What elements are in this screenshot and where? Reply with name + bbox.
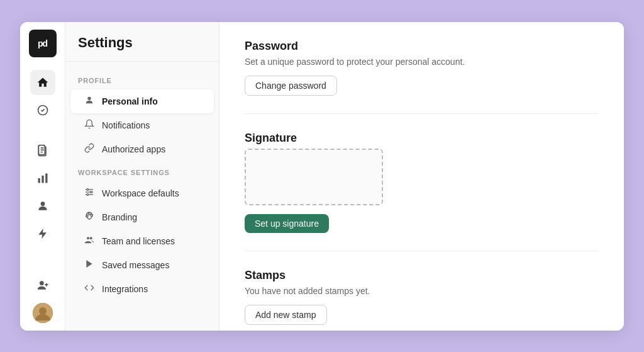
team-and-licenses-label: Team and licenses — [102, 236, 175, 246]
change-password-button[interactable]: Change password — [245, 76, 337, 96]
svg-point-5 — [40, 202, 45, 206]
svg-rect-3 — [42, 175, 43, 183]
nav-person-icon[interactable] — [30, 193, 55, 219]
password-section: Password Set a unique password to protec… — [245, 40, 599, 114]
signature-section: Signature Set up signature — [245, 132, 599, 251]
svg-rect-4 — [45, 173, 47, 183]
sidebar-item-integrations[interactable]: Integrations — [70, 277, 214, 301]
svg-marker-25 — [86, 260, 92, 268]
profile-section-label: PROFILE — [65, 69, 219, 89]
svg-point-8 — [39, 307, 47, 315]
authorized-apps-label: Authorized apps — [102, 144, 165, 154]
user-avatar[interactable] — [33, 303, 53, 323]
stamps-section: Stamps You have not added stamps yet. Ad… — [245, 269, 599, 331]
personal-info-label: Personal info — [102, 96, 158, 106]
stamps-title: Stamps — [245, 269, 599, 282]
add-person-icon[interactable] — [30, 273, 55, 298]
notifications-icon — [83, 119, 96, 132]
main-content: Password Set a unique password to protec… — [219, 22, 624, 331]
workspace-defaults-label: Workspace defaults — [102, 188, 179, 198]
svg-point-18 — [87, 193, 89, 195]
nav-bar: pd — [20, 22, 65, 331]
settings-title: Settings — [65, 35, 219, 62]
notifications-label: Notifications — [102, 120, 150, 130]
nav-check-icon[interactable] — [30, 98, 55, 123]
sidebar-item-authorized-apps[interactable]: Authorized apps — [70, 137, 214, 161]
sidebar-item-saved-messages[interactable]: Saved messages — [70, 253, 214, 277]
nav-document-icon[interactable] — [30, 138, 55, 163]
saved-messages-label: Saved messages — [102, 260, 169, 270]
sidebar: Settings PROFILE Personal info Notificat… — [65, 22, 219, 331]
branding-icon — [83, 211, 96, 224]
set-up-signature-button[interactable]: Set up signature — [245, 214, 329, 233]
team-icon — [83, 235, 96, 247]
password-desc: Set a unique password to protect your pe… — [245, 57, 599, 67]
sidebar-item-branding[interactable]: Branding — [70, 205, 214, 229]
sidebar-item-notifications[interactable]: Notifications — [70, 113, 214, 137]
branding-label: Branding — [102, 212, 137, 222]
stamps-desc: You have not added stamps yet. — [245, 286, 599, 296]
workspace-defaults-icon — [83, 187, 96, 200]
svg-point-24 — [90, 237, 92, 239]
sidebar-item-personal-info[interactable]: Personal info — [70, 89, 214, 113]
authorized-apps-icon — [83, 143, 96, 156]
workspace-section-label: WORKSPACE SETTINGS — [65, 161, 219, 181]
sidebar-item-team-and-licenses[interactable]: Team and licenses — [70, 229, 214, 253]
nav-chart-icon[interactable] — [30, 166, 55, 191]
svg-point-16 — [87, 188, 89, 190]
svg-point-17 — [90, 191, 92, 193]
svg-point-23 — [87, 237, 89, 239]
svg-point-9 — [87, 96, 91, 99]
svg-rect-2 — [38, 178, 40, 183]
signature-title: Signature — [245, 132, 599, 145]
add-new-stamp-button[interactable]: Add new stamp — [245, 305, 327, 325]
password-title: Password — [245, 40, 599, 53]
nav-lightning-icon[interactable] — [30, 221, 55, 246]
app-container: pd — [20, 22, 624, 331]
integrations-icon — [83, 283, 96, 295]
nav-bottom — [30, 273, 55, 323]
signature-box[interactable] — [245, 149, 383, 205]
svg-point-6 — [40, 281, 44, 285]
app-logo[interactable]: pd — [29, 30, 57, 57]
nav-home-icon[interactable] — [30, 70, 55, 95]
sidebar-item-workspace-defaults[interactable]: Workspace defaults — [70, 181, 214, 205]
integrations-label: Integrations — [102, 284, 148, 294]
personal-info-icon — [83, 95, 96, 108]
saved-messages-icon — [83, 259, 96, 271]
